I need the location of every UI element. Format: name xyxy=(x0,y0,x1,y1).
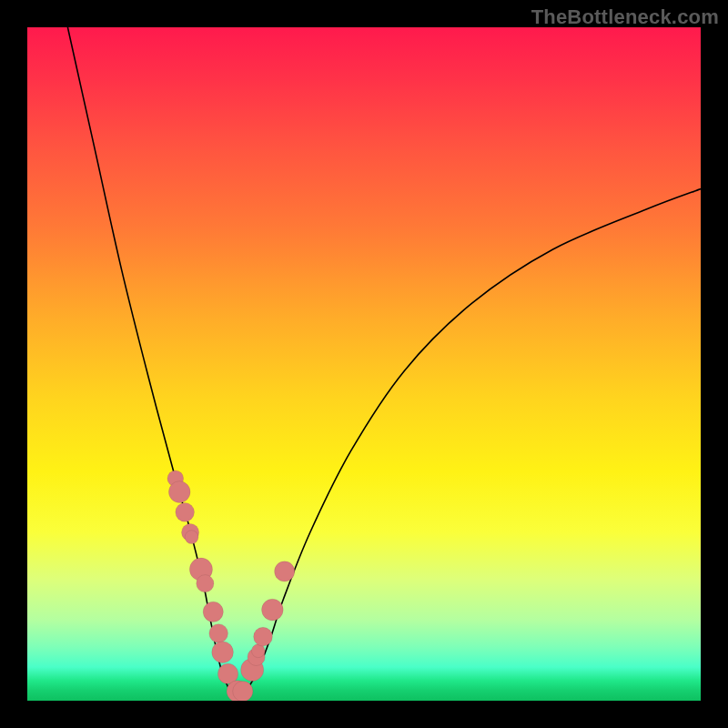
plot-area xyxy=(27,27,701,701)
highlight-dot xyxy=(197,575,214,592)
highlight-dot xyxy=(262,599,284,621)
highlight-dot xyxy=(203,602,223,622)
highlight-dot xyxy=(176,502,195,521)
chart-container: TheBottleneck.com xyxy=(0,0,728,728)
highlight-dot xyxy=(209,624,228,643)
highlight-dot xyxy=(185,531,198,544)
highlight-dot xyxy=(254,627,273,646)
highlight-dot xyxy=(168,481,190,503)
highlight-dot xyxy=(233,682,253,701)
highlight-dot xyxy=(212,642,234,663)
bottleneck-curve xyxy=(67,27,701,696)
highlight-dot xyxy=(275,561,295,581)
watermark-text: TheBottleneck.com xyxy=(531,5,719,29)
highlight-dots xyxy=(167,470,295,701)
chart-svg xyxy=(27,27,701,701)
